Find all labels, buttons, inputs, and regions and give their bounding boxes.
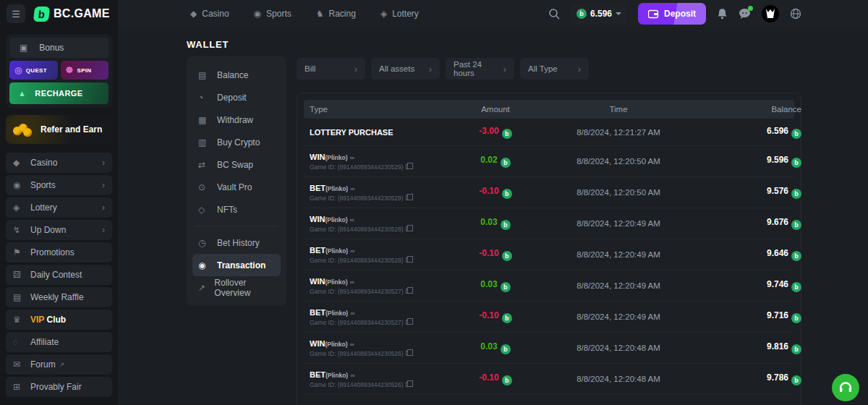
- top-nav-racing[interactable]: ♞Racing: [316, 9, 356, 19]
- sidebar-item-affiliate[interactable]: ◌Affiliate: [6, 332, 112, 352]
- time-cell: 8/8/2024, 12:21:27 AM: [557, 128, 680, 137]
- balance-cell: 6.596b: [680, 126, 801, 139]
- swap-icon: ⇄: [198, 160, 217, 170]
- game-name: (Plinko): [325, 278, 347, 286]
- filter-all-type[interactable]: All Type›: [520, 58, 589, 80]
- filter-all-assets[interactable]: All assets›: [371, 58, 440, 80]
- balance-value: 9.676: [767, 217, 788, 227]
- nft-icon: ◇: [198, 205, 217, 215]
- type-cell: WIN(Plinko)∞Game ID: (891440893444230528…: [310, 215, 434, 233]
- copy-icon[interactable]: [406, 351, 410, 356]
- amount-value: -0.10: [479, 310, 498, 320]
- wallet-nav-vault-pro[interactable]: ⊙Vault Pro: [192, 176, 281, 198]
- game-link-icon[interactable]: ∞: [350, 216, 354, 223]
- game-link-icon[interactable]: ∞: [350, 154, 354, 161]
- amount-cell: 0.03b: [434, 279, 557, 292]
- recharge-button[interactable]: ▲ RECHARGE: [9, 82, 109, 104]
- language-globe-icon[interactable]: [790, 8, 801, 20]
- wallet-nav-rollover-overview[interactable]: ↗Rollover Overview: [192, 276, 281, 299]
- top-nav-casino[interactable]: ◆Casino: [190, 9, 229, 19]
- game-link-icon[interactable]: ∞: [350, 310, 354, 317]
- sidebar-item-casino[interactable]: ◆Casino›: [6, 153, 112, 173]
- main-area: WALLET ▤Balance◔Deposit▦Withdraw▥Buy Cry…: [118, 27, 868, 405]
- filter-past-24-hours[interactable]: Past 24 hours›: [446, 58, 514, 80]
- sidebar-item-forum[interactable]: ✉Forum↗: [6, 354, 112, 375]
- search-icon[interactable]: [548, 8, 560, 20]
- transaction-row: BET(Plinko)∞Game ID: (891440893444230528…: [304, 239, 794, 270]
- bc-game-logo[interactable]: b BC.GAME: [34, 7, 110, 22]
- game-link-icon[interactable]: ∞: [350, 247, 354, 255]
- game-link-icon[interactable]: ∞: [350, 372, 354, 379]
- top-nav-sports[interactable]: ◉Sports: [254, 9, 292, 19]
- amount-cell: -3.00b: [434, 126, 557, 139]
- notifications-bell-icon[interactable]: [717, 8, 728, 20]
- game-link-icon[interactable]: ∞: [350, 278, 354, 286]
- sidebar-item-up-down[interactable]: ↯Up Down›: [6, 220, 112, 240]
- wallet-nav-withdraw[interactable]: ▦Withdraw: [192, 108, 281, 131]
- top-nav-lottery[interactable]: ◈Lottery: [380, 9, 419, 19]
- sidebar-item-weekly-raffle[interactable]: ▤Weekly Raffle: [6, 287, 112, 307]
- copy-icon[interactable]: [406, 257, 410, 263]
- filter-label: All Type: [528, 64, 558, 73]
- header-main: ◆Casino◉Sports♞Racing◈Lottery b 6.596 De…: [118, 0, 868, 27]
- balance-value: 9.746: [767, 279, 788, 289]
- sidebar-item-sports[interactable]: ◉Sports›: [6, 175, 112, 195]
- wallet-nav-label: Transaction: [217, 260, 265, 270]
- game-link-icon[interactable]: ∞: [350, 185, 354, 192]
- wallet-nav-nfts[interactable]: ◇NFTs: [192, 198, 281, 221]
- chevron-right-icon: ›: [102, 202, 105, 213]
- sidebar-item-promotions[interactable]: ⚑Promotions: [6, 242, 112, 263]
- copy-icon[interactable]: [406, 195, 410, 200]
- logo-text: BC.GAME: [54, 7, 110, 20]
- refer-and-earn-button[interactable]: Refer and Earn: [6, 115, 112, 144]
- bcd-coin-icon: b: [791, 251, 801, 261]
- rocket-icon: ▲: [18, 89, 26, 98]
- copy-icon[interactable]: [406, 320, 410, 325]
- user-avatar[interactable]: [762, 5, 779, 22]
- header-brand-area: ☰ b BC.GAME: [0, 0, 118, 27]
- sidebar-item-daily-contest[interactable]: ⚄Daily Contest: [6, 265, 112, 285]
- transaction-row: WIN(Plinko)∞Game ID: (891440893444230528…: [304, 208, 794, 239]
- wallet-nav-deposit[interactable]: ◔Deposit: [192, 86, 281, 108]
- filter-bar: Bill›All assets›Past 24 hours›All Type›: [297, 58, 801, 80]
- affiliate-icon: ◌: [13, 337, 30, 347]
- wallet-nav-bet-history[interactable]: ◷Bet History: [192, 231, 281, 254]
- wallet-icon: [648, 9, 659, 19]
- filter-bill[interactable]: Bill›: [297, 58, 365, 80]
- game-link-icon[interactable]: ∞: [350, 341, 354, 348]
- quest-button[interactable]: ◎ QUEST: [9, 61, 58, 80]
- chat-icon[interactable]: [739, 8, 751, 20]
- wallet-nav-buy-crypto[interactable]: ▥Buy Crypto: [192, 131, 281, 153]
- column-amount: Amount: [434, 105, 557, 114]
- bonus-button[interactable]: ▣ Bonus: [9, 38, 109, 58]
- sidebar-item-lottery[interactable]: ◈Lottery›: [6, 197, 112, 218]
- copy-icon[interactable]: [406, 164, 410, 169]
- bcd-coin-icon: b: [791, 282, 801, 292]
- deposit-button[interactable]: Deposit: [638, 3, 706, 25]
- provably-fair-icon: ⊞: [13, 382, 30, 392]
- copy-icon[interactable]: [406, 289, 410, 294]
- game-id-label: Game ID: (891440893444230527): [310, 319, 403, 326]
- support-chat-button[interactable]: [832, 374, 859, 401]
- wallet-nav-label: Balance: [217, 70, 248, 80]
- wallet-nav-bc-swap[interactable]: ⇄BC Swap: [192, 153, 281, 176]
- transaction-row: WIN(Plinko)∞Game ID: (891440893444230527…: [304, 270, 794, 301]
- balance-dropdown[interactable]: b 6.596: [571, 4, 627, 24]
- amount-cell: -0.10b: [434, 186, 557, 199]
- chevron-right-icon: ›: [102, 180, 105, 190]
- wallet-nav-transaction[interactable]: ◉Transaction: [192, 254, 281, 276]
- wallet-nav-label: Rollover Overview: [214, 278, 275, 298]
- balance-value: 9.596: [767, 155, 788, 165]
- amount-value: 0.02: [480, 155, 497, 165]
- spin-button[interactable]: ☸ SPIN: [61, 61, 109, 80]
- sidebar-item-vip-club[interactable]: ♛VIP Club: [6, 310, 112, 330]
- hamburger-menu-button[interactable]: ☰: [7, 4, 25, 23]
- updown-icon: ↯: [13, 225, 30, 235]
- sports-icon: ◉: [13, 180, 30, 190]
- time-cell: 8/8/2024, 12:20:49 AM: [557, 312, 680, 321]
- sidebar-item-provably-fair[interactable]: ⊞Provably Fair: [6, 377, 112, 397]
- wallet-nav-balance[interactable]: ▤Balance: [192, 64, 281, 86]
- wallet-nav-label: Deposit: [217, 93, 247, 103]
- copy-icon[interactable]: [406, 226, 410, 231]
- copy-icon[interactable]: [406, 382, 410, 387]
